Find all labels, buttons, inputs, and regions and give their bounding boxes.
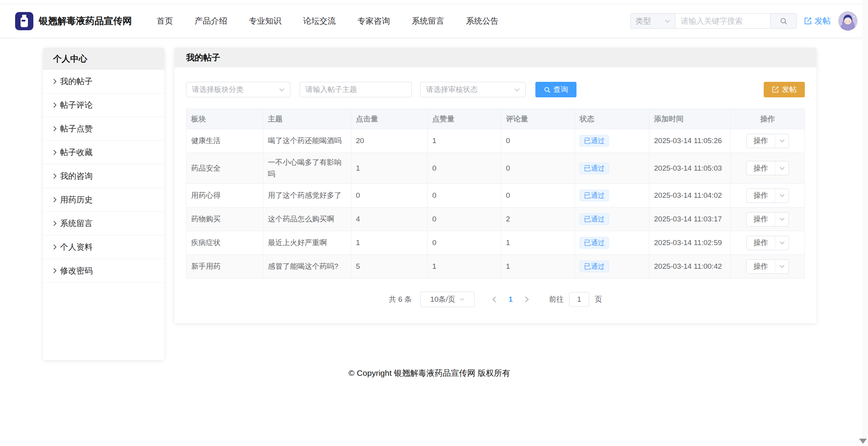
- edit-icon: [804, 17, 812, 25]
- scroll-down-icon[interactable]: [859, 439, 867, 444]
- sidebar-item-post-likes[interactable]: 帖子点赞: [43, 117, 164, 141]
- chevron-right-icon: [53, 126, 57, 131]
- cell-clicks: 1: [351, 231, 428, 254]
- site-logo-icon: [15, 12, 33, 30]
- cell-board: 药物购买: [186, 207, 263, 231]
- cell-likes: 0: [428, 207, 501, 231]
- action-caret[interactable]: [775, 265, 789, 268]
- column-header-status: 状态: [575, 109, 649, 129]
- panel-body: 请选择板块分类 请选择审核状态 查询 发帖 板块 主题 点击量: [174, 67, 816, 307]
- nav-item-forum[interactable]: 论坛交流: [303, 16, 336, 26]
- cell-actions: 操作: [731, 129, 804, 152]
- chevron-down-icon: [780, 265, 785, 268]
- board-category-select[interactable]: 请选择板块分类: [186, 82, 290, 97]
- action-label: 操作: [747, 261, 775, 272]
- cell-actions: 操作: [731, 184, 804, 207]
- search-icon: [780, 17, 787, 25]
- action-caret[interactable]: [775, 139, 789, 142]
- cell-board: 新手用药: [186, 255, 263, 278]
- column-header-time: 添加时间: [649, 109, 731, 129]
- status-badge: 已通过: [580, 162, 609, 174]
- cell-clicks: 4: [351, 207, 428, 231]
- nav-item-knowledge[interactable]: 专业知识: [249, 16, 281, 26]
- column-header-clicks: 点击量: [351, 109, 428, 129]
- prev-page-button[interactable]: [486, 296, 502, 303]
- topbar-right: 类型 发帖: [630, 11, 858, 31]
- header-post-label: 发帖: [815, 16, 831, 26]
- action-caret[interactable]: [775, 218, 789, 221]
- nav-item-system-messages[interactable]: 系统留言: [412, 16, 444, 26]
- topic-input[interactable]: [300, 82, 412, 97]
- sidebar-item-change-password[interactable]: 修改密码: [43, 259, 164, 283]
- cell-clicks: 1: [351, 153, 428, 183]
- chevron-down-icon: [780, 139, 785, 142]
- action-dropdown-button[interactable]: 操作: [746, 188, 789, 203]
- sidebar-item-my-posts[interactable]: 我的帖子: [43, 70, 164, 93]
- query-button[interactable]: 查询: [535, 82, 576, 97]
- chevron-right-icon: [53, 244, 57, 250]
- cell-status: 已通过: [575, 129, 649, 152]
- sidebar-item-medication-history[interactable]: 用药历史: [43, 188, 164, 212]
- sidebar-item-system-messages[interactable]: 系统留言: [43, 212, 164, 235]
- search-type-label: 类型: [635, 16, 651, 26]
- next-page-button[interactable]: [519, 296, 535, 303]
- table-row: 新手用药 感冒了能喝这个药吗? 5 1 1 已通过 2025-03-14 11:…: [186, 255, 804, 278]
- goto-label: 前往: [549, 294, 564, 304]
- column-header-actions: 操作: [731, 109, 804, 129]
- action-dropdown-button[interactable]: 操作: [746, 236, 789, 250]
- action-label: 操作: [747, 135, 775, 147]
- cell-topic: 喝了这个药还能喝酒吗: [263, 129, 351, 152]
- nav-item-expert-consult[interactable]: 专家咨询: [357, 16, 390, 26]
- board-category-placeholder: 请选择板块分类: [192, 85, 243, 95]
- cell-board: 疾病症状: [186, 231, 263, 254]
- action-caret[interactable]: [775, 194, 789, 197]
- sidebar-item-profile[interactable]: 个人资料: [43, 235, 164, 259]
- sidebar-item-label: 个人资料: [60, 242, 93, 252]
- main-panel: 我的帖子 请选择板块分类 请选择审核状态 查询 发帖: [174, 48, 816, 323]
- table-row: 药品安全 一不小心喝多了有影响吗 1 0 0 已通过 2025-03-14 11…: [186, 153, 804, 184]
- cell-topic: 一不小心喝多了有影响吗: [263, 153, 351, 183]
- action-dropdown-button[interactable]: 操作: [746, 259, 789, 274]
- action-dropdown-button[interactable]: 操作: [746, 161, 789, 175]
- sidebar-item-my-consultations[interactable]: 我的咨询: [43, 164, 164, 188]
- nav-item-home[interactable]: 首页: [157, 16, 173, 26]
- query-button-label: 查询: [554, 85, 568, 95]
- brand[interactable]: 银翘解毒液药品宣传网: [15, 12, 132, 30]
- nav-item-announcements[interactable]: 系统公告: [466, 16, 499, 26]
- status-badge: 已通过: [580, 237, 609, 249]
- user-avatar[interactable]: [838, 11, 858, 31]
- search-button[interactable]: [770, 13, 797, 29]
- header-post-link[interactable]: 发帖: [804, 16, 831, 26]
- audit-status-select[interactable]: 请选择审核状态: [420, 82, 526, 97]
- cell-time: 2025-03-14 11:02:59: [649, 231, 731, 254]
- sidebar-item-post-favorites[interactable]: 帖子收藏: [43, 141, 164, 164]
- action-caret[interactable]: [775, 241, 789, 244]
- scrollbar-track[interactable]: [862, 0, 868, 446]
- nav-item-products[interactable]: 产品介绍: [195, 16, 227, 26]
- filter-row: 请选择板块分类 请选择审核状态 查询 发帖: [186, 82, 805, 97]
- current-page[interactable]: 1: [502, 295, 519, 304]
- action-caret[interactable]: [775, 167, 789, 170]
- action-dropdown-button[interactable]: 操作: [746, 134, 789, 148]
- posts-table: 板块 主题 点击量 点赞量 评论量 状态 添加时间 操作 健康生活 喝了这个药还…: [186, 109, 805, 278]
- cell-status: 已通过: [575, 207, 649, 231]
- chevron-right-icon: [53, 173, 57, 179]
- sidebar: 个人中心 我的帖子 帖子评论 帖子点赞 帖子收藏 我的咨询 用药历史 系统留言 …: [43, 48, 164, 360]
- table-row: 药物购买 这个药品怎么购买啊 4 0 2 已通过 2025-03-14 11:0…: [186, 207, 804, 231]
- search-type-select[interactable]: 类型: [630, 13, 675, 29]
- cell-likes: 0: [428, 231, 501, 254]
- pagination: 共 6 条 10条/页 1 前往 页: [186, 292, 805, 307]
- status-badge: 已通过: [580, 135, 609, 147]
- chevron-right-icon: [53, 197, 57, 202]
- create-post-button[interactable]: 发帖: [764, 82, 805, 97]
- sidebar-item-post-comments[interactable]: 帖子评论: [43, 93, 164, 117]
- action-dropdown-button[interactable]: 操作: [746, 212, 789, 226]
- cell-time: 2025-03-14 11:05:03: [649, 153, 731, 183]
- sidebar-item-label: 我的帖子: [60, 76, 93, 87]
- page-size-select[interactable]: 10条/页: [420, 292, 475, 307]
- cell-likes: 1: [428, 255, 501, 278]
- chevron-down-icon: [514, 88, 520, 92]
- goto-page-input[interactable]: [569, 292, 589, 307]
- chevron-right-icon: [53, 79, 57, 84]
- keyword-search-input[interactable]: [675, 13, 770, 29]
